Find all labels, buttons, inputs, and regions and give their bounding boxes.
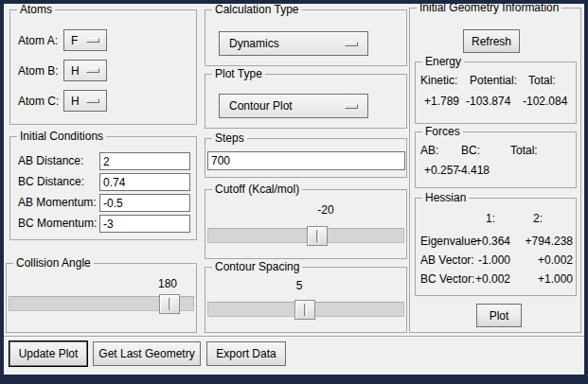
collision-angle-group-title: Collision Angle (13, 256, 94, 271)
hessian-bc-vector-col1: +0.002 (452, 272, 510, 286)
hessian-group: Hessian 1: 2: Eigenvalue: +0.364 +794.23… (415, 198, 577, 296)
atom-c-select[interactable]: H (63, 90, 107, 112)
app-window: Atoms Atom A: F Atom B: H Atom C: H Init… (0, 0, 588, 384)
update-plot-button[interactable]: Update Plot (9, 341, 87, 366)
geometry-info-group-title: Initial Geometry Information (417, 1, 561, 15)
atom-a-label: Atom A: (18, 34, 58, 47)
collision-angle-value: 180 (149, 277, 187, 290)
forces-bc-value: -4.418 (457, 164, 490, 177)
contour-spacing-value: 5 (278, 279, 320, 292)
contour-spacing-slider[interactable] (207, 302, 404, 317)
energy-group: Energy Kinetic: Potential: Total: +1.789… (415, 61, 577, 124)
bc-distance-label: BC Distance: (18, 175, 84, 188)
atom-b-select[interactable]: H (63, 60, 107, 81)
option-menu-indicator-icon (345, 104, 358, 109)
contour-spacing-group: Contour Spacing 5 (205, 267, 407, 333)
plot-type-select[interactable]: Contour Plot (219, 94, 368, 118)
cutoff-group-title: Cutoff (Kcal/mol) (212, 183, 302, 197)
atom-c-selected-value: H (71, 95, 80, 108)
hessian-ab-vector-col2: +0.002 (512, 253, 573, 267)
contour-spacing-slider-thumb[interactable] (294, 300, 315, 320)
hessian-group-title: Hessian (422, 191, 469, 205)
steps-group: Steps (205, 138, 407, 178)
energy-total-value: -102.084 (523, 95, 567, 108)
atom-c-label: Atom C: (18, 95, 59, 108)
plot-type-selected-value: Contour Plot (229, 99, 293, 113)
energy-kinetic-value: +1.789 (424, 95, 459, 108)
bc-momentum-input[interactable] (99, 215, 190, 233)
initial-conditions-group-title: Initial Conditions (17, 130, 106, 144)
energy-potential-value: -103.874 (466, 95, 510, 108)
plot-type-group: Plot Type Contour Plot (205, 74, 407, 129)
cutoff-slider-thumb[interactable] (307, 226, 328, 246)
forces-ab-value: +0.257 (424, 164, 459, 177)
hessian-eigenvalue-col2: +794.238 (512, 235, 573, 248)
calculation-type-group: Calculation Type Dynamics (205, 9, 407, 66)
calculation-type-selected-value: Dynamics (229, 37, 279, 50)
energy-group-title: Energy (422, 55, 464, 69)
forces-bc-header: BC: (461, 144, 480, 157)
steps-group-title: Steps (212, 131, 247, 146)
atom-b-selected-value: H (71, 64, 80, 78)
plot-button[interactable]: Plot (476, 304, 522, 327)
footer-separator (4, 336, 584, 337)
slider-thumb-ridge-icon (304, 304, 307, 316)
export-data-button[interactable]: Export Data (206, 341, 286, 366)
hessian-bc-vector-col2: +1.000 (512, 272, 573, 286)
collision-angle-group: Collision Angle 180 (6, 263, 197, 333)
bc-momentum-label: BC Momentum: (18, 217, 97, 230)
option-menu-indicator-icon (86, 38, 99, 43)
steps-input[interactable] (207, 151, 405, 170)
cutoff-slider[interactable] (207, 228, 404, 243)
geometry-info-group: Initial Geometry Information Refresh Ene… (409, 8, 581, 333)
option-menu-indicator-icon (86, 98, 99, 103)
get-last-geometry-button[interactable]: Get Last Geometry (93, 341, 201, 366)
ab-distance-input[interactable] (99, 152, 190, 170)
ab-momentum-input[interactable] (99, 194, 190, 212)
energy-kinetic-header: Kinetic: (420, 74, 457, 87)
hessian-eigenvalue-col1: +0.364 (452, 235, 510, 248)
option-menu-indicator-icon (86, 68, 99, 73)
cutoff-value: -20 (305, 203, 347, 217)
bc-distance-input[interactable] (99, 173, 190, 191)
hessian-col1-header: 1: (486, 212, 495, 225)
plot-type-group-title: Plot Type (212, 67, 265, 81)
calculation-type-select[interactable]: Dynamics (219, 31, 368, 56)
forces-group: Forces AB: BC: Total: +0.257 -4.418 (415, 131, 577, 188)
energy-potential-header: Potential: (470, 74, 517, 87)
cutoff-group: Cutoff (Kcal/mol) -20 (205, 189, 407, 259)
ab-distance-label: AB Distance: (18, 154, 83, 167)
hessian-col2-header: 2: (533, 212, 543, 225)
atom-a-selected-value: F (71, 34, 78, 47)
refresh-button[interactable]: Refresh (463, 29, 520, 53)
forces-group-title: Forces (422, 125, 463, 139)
atom-b-label: Atom B: (18, 64, 59, 78)
energy-total-header: Total: (528, 74, 556, 87)
atoms-group: Atoms Atom A: F Atom B: H Atom C: H (9, 9, 197, 125)
contour-spacing-group-title: Contour Spacing (212, 260, 302, 274)
collision-angle-slider[interactable] (9, 296, 194, 311)
collision-angle-slider-thumb[interactable] (159, 294, 180, 314)
calculation-type-group-title: Calculation Type (212, 3, 302, 17)
atoms-group-title: Atoms (17, 3, 55, 17)
option-menu-indicator-icon (345, 42, 358, 46)
slider-thumb-ridge-icon (316, 230, 319, 242)
forces-ab-header: AB: (420, 144, 438, 157)
forces-total-header: Total: (510, 144, 538, 157)
ab-momentum-label: AB Momentum: (18, 196, 97, 209)
atom-a-select[interactable]: F (63, 29, 107, 51)
initial-conditions-group: Initial Conditions AB Distance: BC Dista… (9, 136, 197, 240)
hessian-ab-vector-col1: -1.000 (452, 253, 510, 267)
slider-thumb-ridge-icon (169, 298, 171, 310)
